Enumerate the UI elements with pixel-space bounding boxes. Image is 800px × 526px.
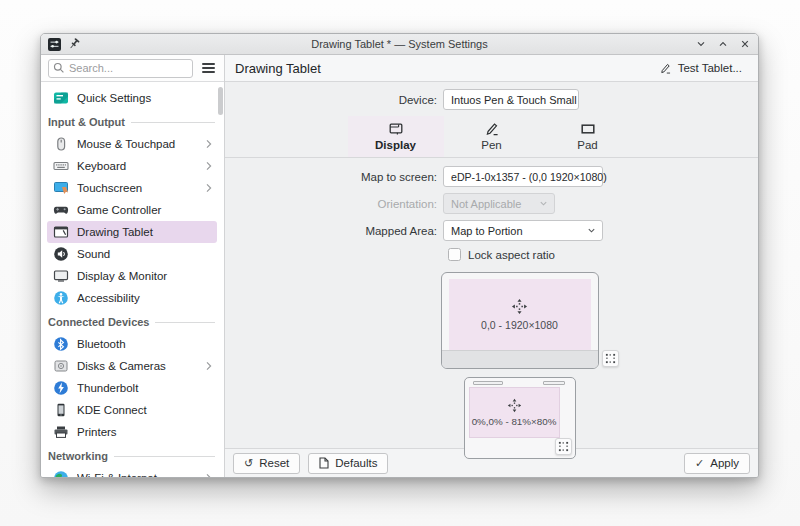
mapping-previews: 0,0 - 1920×1080 0%,0% - 81%×80% bbox=[253, 272, 759, 459]
tablet-button-strip-right bbox=[543, 381, 565, 385]
sidebar-item-label: Bluetooth bbox=[77, 338, 213, 350]
sidebar-item-kde-connect[interactable]: KDE Connect bbox=[47, 399, 217, 421]
tab-display[interactable]: Display bbox=[348, 116, 444, 157]
chevron-down-icon bbox=[539, 199, 548, 208]
screen-preview-base bbox=[442, 350, 598, 368]
sidebar-item-label: Wi-Fi & Internet bbox=[77, 472, 197, 477]
sidebar-item-sound[interactable]: Sound bbox=[47, 243, 217, 265]
map-to-screen-label: Map to screen: bbox=[225, 171, 437, 183]
sidebar-item-label: Display & Monitor bbox=[77, 270, 213, 282]
map-to-screen-combobox[interactable]: eDP-1-0x1357 - (0,0 1920×1080) bbox=[443, 166, 603, 187]
sidebar-item-quick-settings[interactable]: Quick Settings bbox=[47, 87, 217, 109]
close-button[interactable] bbox=[739, 38, 751, 50]
chevron-right-icon bbox=[205, 473, 213, 477]
search-input[interactable] bbox=[48, 59, 193, 78]
move-icon bbox=[511, 298, 528, 315]
sidebar-item-mouse-touchpad[interactable]: Mouse & Touchpad bbox=[47, 133, 217, 155]
hamburger-menu-button[interactable] bbox=[200, 61, 217, 75]
sidebar-item-display-monitor[interactable]: Display & Monitor bbox=[47, 265, 217, 287]
disks-cameras-icon bbox=[53, 358, 69, 374]
tab-pen[interactable]: Pen bbox=[444, 116, 540, 157]
sidebar-item-touchscreen[interactable]: Touchscreen bbox=[47, 177, 217, 199]
sidebar-item-wifi-internet[interactable]: Wi-Fi & Internet bbox=[47, 467, 217, 477]
chevron-right-icon bbox=[205, 361, 213, 371]
orientation-combobox: Not Applicable bbox=[443, 193, 555, 214]
thunderbolt-icon bbox=[53, 380, 69, 396]
search-icon bbox=[53, 62, 65, 74]
keyboard-icon bbox=[53, 158, 69, 174]
device-combobox[interactable]: Intuos Pen & Touch Small bbox=[443, 89, 579, 110]
chevron-right-icon bbox=[205, 183, 213, 193]
sidebar-item-label: Thunderbolt bbox=[77, 382, 213, 394]
wifi-icon bbox=[53, 470, 69, 477]
maximize-button[interactable] bbox=[717, 38, 729, 50]
sidebar-item-label: Disks & Cameras bbox=[77, 360, 197, 372]
tablet-preview: 0%,0% - 81%×80% bbox=[464, 377, 576, 459]
mouse-icon bbox=[53, 136, 69, 152]
content-body: Device: Intuos Pen & Touch Small Display bbox=[225, 82, 758, 448]
game-controller-icon bbox=[53, 202, 69, 218]
display-tab-icon bbox=[388, 121, 404, 137]
sidebar-item-keyboard[interactable]: Keyboard bbox=[47, 155, 217, 177]
chevron-right-icon bbox=[205, 161, 213, 171]
sidebar-item-label: Accessibility bbox=[77, 292, 213, 304]
sound-icon bbox=[53, 246, 69, 262]
pen-icon bbox=[659, 62, 672, 75]
sidebar-item-label: Drawing Tablet bbox=[77, 226, 213, 238]
pen-tab-icon bbox=[484, 121, 500, 137]
reset-icon: ↺ bbox=[244, 458, 253, 469]
sidebar: Quick Settings Input & Output Mouse & To… bbox=[41, 55, 225, 477]
sidebar-section-networking: Networking bbox=[48, 446, 217, 466]
screen-preview: 0,0 - 1920×1080 bbox=[441, 272, 599, 369]
titlebar[interactable]: Drawing Tablet * — System Settings bbox=[41, 34, 758, 55]
lock-aspect-checkbox[interactable] bbox=[448, 248, 461, 261]
sidebar-scrollbar[interactable] bbox=[218, 87, 223, 115]
window-title: Drawing Tablet * — System Settings bbox=[41, 38, 758, 50]
sidebar-item-drawing-tablet[interactable]: Drawing Tablet bbox=[47, 221, 217, 243]
tablet-resize-handle[interactable] bbox=[555, 438, 572, 455]
tab-label: Pad bbox=[577, 139, 597, 151]
sidebar-section-connected-devices: Connected Devices bbox=[48, 312, 217, 332]
chevron-right-icon bbox=[205, 139, 213, 149]
mapped-area-combobox[interactable]: Map to Portion bbox=[443, 220, 603, 241]
test-tablet-button[interactable]: Test Tablet... bbox=[653, 59, 748, 78]
tab-bar: Display Pen Pad bbox=[225, 116, 758, 158]
sidebar-item-label: Mouse & Touchpad bbox=[77, 138, 197, 150]
apply-check-icon: ✓ bbox=[695, 458, 704, 469]
orientation-label: Orientation: bbox=[225, 198, 437, 210]
screen-preview-caption: 0,0 - 1920×1080 bbox=[481, 319, 558, 331]
kde-connect-icon bbox=[53, 402, 69, 418]
mapped-area-label: Mapped Area: bbox=[225, 225, 437, 237]
content-header: Drawing Tablet Test Tablet... bbox=[225, 55, 758, 82]
sidebar-item-game-controller[interactable]: Game Controller bbox=[47, 199, 217, 221]
sidebar-item-thunderbolt[interactable]: Thunderbolt bbox=[47, 377, 217, 399]
sidebar-item-bluetooth[interactable]: Bluetooth bbox=[47, 333, 217, 355]
system-settings-window: Drawing Tablet * — System Settings bbox=[40, 33, 759, 478]
tablet-mapped-area[interactable]: 0%,0% - 81%×80% bbox=[469, 387, 560, 438]
accessibility-icon bbox=[53, 290, 69, 306]
sidebar-item-label: Printers bbox=[77, 426, 213, 438]
pin-icon[interactable] bbox=[68, 38, 80, 50]
move-icon bbox=[507, 398, 522, 413]
bluetooth-icon bbox=[53, 336, 69, 352]
sidebar-item-accessibility[interactable]: Accessibility bbox=[47, 287, 217, 309]
drawing-tablet-icon bbox=[53, 224, 69, 240]
sidebar-item-label: Keyboard bbox=[77, 160, 197, 172]
app-menu-icon[interactable] bbox=[48, 38, 61, 51]
resize-icon bbox=[558, 441, 569, 452]
display-monitor-icon bbox=[53, 268, 69, 284]
sidebar-item-label: Quick Settings bbox=[77, 92, 213, 104]
sidebar-item-printers[interactable]: Printers bbox=[47, 421, 217, 443]
minimize-button[interactable] bbox=[695, 38, 707, 50]
sidebar-item-disks-cameras[interactable]: Disks & Cameras bbox=[47, 355, 217, 377]
tab-pad[interactable]: Pad bbox=[540, 116, 636, 157]
screen-resize-handle[interactable] bbox=[602, 350, 619, 367]
printers-icon bbox=[53, 424, 69, 440]
touchscreen-icon bbox=[53, 180, 69, 196]
sidebar-item-label: Sound bbox=[77, 248, 213, 260]
sidebar-item-label: Touchscreen bbox=[77, 182, 197, 194]
screen-mapped-area[interactable]: 0,0 - 1920×1080 bbox=[449, 279, 591, 350]
content-panel: Drawing Tablet Test Tablet... Device: In… bbox=[225, 55, 758, 477]
device-label: Device: bbox=[225, 94, 437, 106]
resize-icon bbox=[605, 353, 616, 364]
